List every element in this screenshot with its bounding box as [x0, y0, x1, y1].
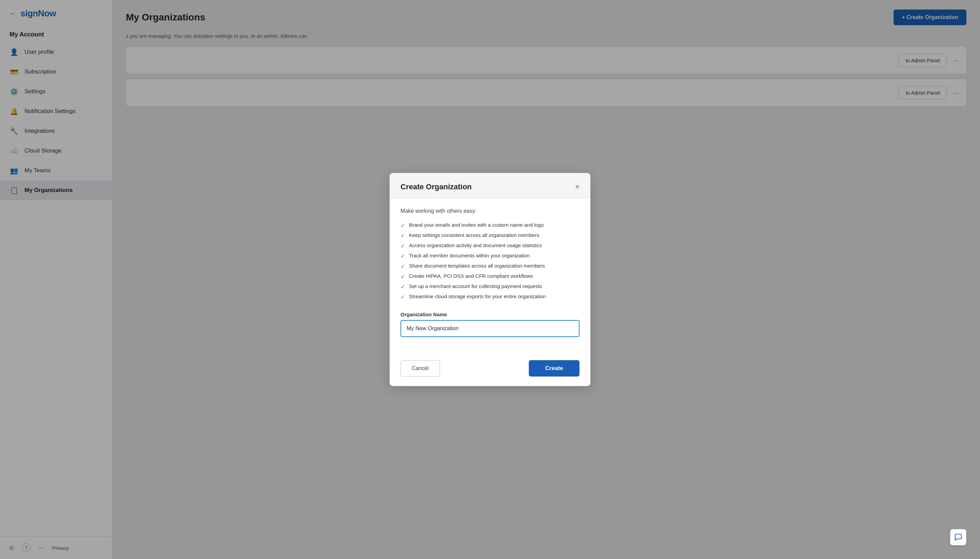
feature-text: Set up a merchant account for collecting…	[409, 283, 542, 289]
feature-text: Streamline cloud storage exports for you…	[409, 293, 546, 299]
org-name-input[interactable]	[401, 320, 579, 337]
feature-item: ✓ Access organization activity and docum…	[401, 241, 579, 251]
cancel-button[interactable]: Cancel	[401, 360, 440, 377]
feature-text: Share document templates across all orga…	[409, 263, 545, 269]
modal-title: Create Organization	[401, 182, 472, 191]
support-icon[interactable]	[950, 529, 967, 546]
org-name-form-group: Organization Name	[401, 311, 579, 337]
feature-item: ✓ Keep settings consistent across all or…	[401, 230, 579, 241]
feature-item: ✓ Streamline cloud storage exports for y…	[401, 292, 579, 302]
modal-body: Make working with others easy: ✓ Brand y…	[389, 198, 591, 353]
check-icon: ✓	[401, 233, 405, 239]
check-icon: ✓	[401, 253, 405, 260]
feature-item: ✓ Share document templates across all or…	[401, 261, 579, 271]
feature-list: ✓ Brand your emails and invites with a c…	[401, 220, 579, 302]
check-icon: ✓	[401, 222, 405, 229]
check-icon: ✓	[401, 263, 405, 270]
check-icon: ✓	[401, 243, 405, 249]
feature-text: Create HIPAA, PCI DSS and CFR compliant …	[409, 273, 533, 279]
modal-footer: Cancel Create	[389, 353, 591, 386]
create-organization-modal: Create Organization × Make working with …	[389, 173, 591, 386]
create-button[interactable]: Create	[529, 360, 579, 377]
feature-item: ✓ Set up a merchant account for collecti…	[401, 281, 579, 292]
feature-item: ✓ Track all member documents within your…	[401, 251, 579, 261]
check-icon: ✓	[401, 294, 405, 300]
feature-item: ✓ Create HIPAA, PCI DSS and CFR complian…	[401, 271, 579, 281]
feature-text: Access organization activity and documen…	[409, 242, 542, 248]
check-icon: ✓	[401, 273, 405, 280]
feature-text: Brand your emails and invites with a cus…	[409, 222, 544, 228]
feature-item: ✓ Brand your emails and invites with a c…	[401, 220, 579, 230]
modal-subtitle: Make working with others easy:	[401, 208, 579, 214]
org-name-label: Organization Name	[401, 311, 579, 317]
feature-text: Track all member documents within your o…	[409, 253, 530, 258]
check-icon: ✓	[401, 284, 405, 290]
modal-header: Create Organization ×	[389, 173, 591, 198]
modal-close-button[interactable]: ×	[575, 183, 579, 191]
feature-text: Keep settings consistent across all orga…	[409, 232, 539, 238]
modal-overlay[interactable]: Create Organization × Make working with …	[0, 0, 980, 559]
